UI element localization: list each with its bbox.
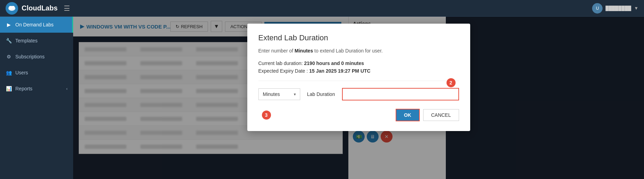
sidebar-label-templates: Templates [15, 38, 38, 43]
modal-desc-suffix: to extend Lab Duration for user. [315, 48, 383, 54]
duration-unit-select[interactable]: Minutes Hours Days [258, 88, 300, 100]
modal-desc-text: Enter number of [258, 48, 293, 54]
ok-label: OK [404, 112, 411, 118]
sidebar-label-subscriptions: Subscriptions [15, 54, 45, 59]
modal-description: Enter number of Minutes to extend Lab Du… [258, 48, 459, 54]
current-lab-label: Current lab duration: [258, 60, 303, 66]
lab-duration-label: Lab Duration [307, 91, 335, 97]
cancel-button[interactable]: CANCEL [423, 109, 459, 121]
extend-lab-duration-modal: Extend Lab Duration Enter number of Minu… [247, 24, 470, 131]
header-right: U ████████ ▼ [592, 3, 638, 14]
current-lab-value: 2190 hours and 0 minutes [304, 60, 364, 66]
header-user[interactable]: U ████████ ▼ [592, 3, 638, 14]
modal-input-row: Minutes Hours Days Lab Duration 2 [258, 88, 459, 100]
expiry-label: Expected Expiry Date : [258, 68, 308, 74]
sidebar-label-users: Users [15, 70, 28, 75]
logo-area: CloudLabs ☰ [6, 2, 70, 15]
logo-text: CloudLabs [22, 4, 57, 12]
sidebar-item-subscriptions[interactable]: ⚙ Subscriptions [0, 49, 73, 65]
duration-unit-select-wrapper: Minutes Hours Days [258, 88, 300, 100]
sidebar-item-users[interactable]: 👥 Users [0, 65, 73, 81]
cloudlabs-logo-icon [6, 2, 18, 15]
step-badge-3: 3 [262, 111, 271, 120]
chevron-right-icon: ‹ [66, 87, 68, 91]
svg-point-3 [12, 6, 15, 9]
lab-duration-input[interactable] [342, 88, 459, 100]
cancel-label: CANCEL [431, 112, 451, 118]
hamburger-icon[interactable]: ☰ [64, 4, 70, 13]
modal-overlay: Extend Lab Duration Enter number of Minu… [73, 17, 644, 179]
modal-expiry: Expected Expiry Date : 15 Jan 2025 19:27… [258, 68, 459, 74]
gear-icon: ⚙ [6, 54, 12, 60]
svg-point-2 [9, 6, 12, 9]
sidebar-item-reports[interactable]: 📊 Reports ‹ [0, 81, 73, 97]
modal-current-lab: Current lab duration: 2190 hours and 0 m… [258, 60, 459, 66]
modal-title: Extend Lab Duration [258, 33, 459, 42]
modal-footer: 3 OK CANCEL [258, 109, 459, 121]
wrench-icon: 🔧 [6, 38, 12, 44]
modal-desc-bold: Minutes [295, 48, 313, 54]
top-header: CloudLabs ☰ U ████████ ▼ [0, 0, 644, 17]
user-name: ████████ [605, 6, 631, 11]
chevron-down-icon: ▼ [634, 6, 638, 11]
sidebar-label-on-demand-labs: On Demand Labs [15, 22, 54, 27]
chart-icon: 📊 [6, 86, 12, 92]
modal-divider [258, 81, 459, 81]
step-badge-2: 2 [447, 78, 456, 87]
avatar: U [592, 3, 603, 14]
play-icon: ▶ [6, 22, 12, 28]
sidebar-label-reports: Reports [15, 86, 32, 91]
sidebar-item-on-demand-labs[interactable]: ▶ On Demand Labs [0, 17, 73, 33]
ok-button[interactable]: OK [396, 109, 420, 121]
expiry-value: 15 Jan 2025 19:27 PM UTC [309, 68, 371, 74]
sidebar: ▶ On Demand Labs 🔧 Templates ⚙ Subscript… [0, 17, 73, 179]
sidebar-item-templates[interactable]: 🔧 Templates [0, 33, 73, 49]
users-icon: 👥 [6, 70, 12, 76]
